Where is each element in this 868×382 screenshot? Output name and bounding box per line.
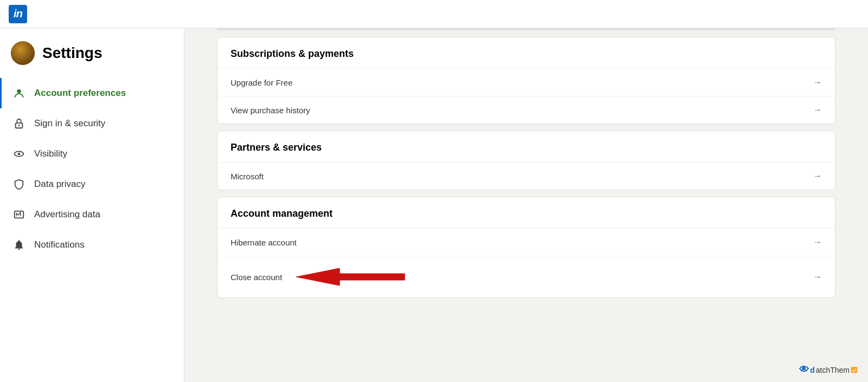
svg-point-2 bbox=[18, 125, 20, 126]
watermark-text: atchThem bbox=[816, 366, 850, 374]
subscriptions-payments-card: Subscriptions & payments Upgrade for Fre… bbox=[217, 37, 835, 124]
sidebar-item-advertising-data[interactable]: Advertising data bbox=[0, 199, 184, 230]
content-area: Subscriptions & payments Upgrade for Fre… bbox=[184, 28, 868, 382]
hibernate-account-item[interactable]: Hibernate account → bbox=[218, 228, 835, 256]
subscriptions-payments-title: Subscriptions & payments bbox=[231, 48, 822, 60]
top-divider bbox=[217, 28, 835, 30]
chevron-right-icon: → bbox=[813, 171, 822, 181]
sidebar-item-sign-in-security[interactable]: Sign in & security bbox=[0, 108, 184, 139]
upgrade-free-label: Upgrade for Free bbox=[231, 78, 292, 87]
linkedin-logo[interactable]: in bbox=[9, 5, 27, 23]
chevron-right-icon: → bbox=[813, 105, 822, 115]
view-purchase-history-label: View purchase history bbox=[231, 106, 310, 115]
eye-icon bbox=[12, 147, 25, 160]
shield-icon bbox=[12, 178, 25, 191]
upgrade-free-item[interactable]: Upgrade for Free → bbox=[218, 68, 835, 96]
partners-services-title: Partners & services bbox=[231, 142, 822, 153]
account-management-header: Account management bbox=[218, 197, 835, 228]
sidebar-item-label: Notifications bbox=[34, 239, 85, 250]
bell-icon bbox=[12, 238, 25, 251]
watermark: 👁 d atchThem 📶 bbox=[799, 364, 857, 375]
account-management-title: Account management bbox=[231, 208, 822, 219]
subscriptions-payments-header: Subscriptions & payments bbox=[218, 37, 835, 68]
person-icon bbox=[12, 87, 25, 100]
chevron-right-icon: → bbox=[813, 272, 822, 282]
main-layout: Settings Account preferences bbox=[0, 28, 868, 382]
watermark-logo-circle: 👁 bbox=[799, 364, 809, 375]
sidebar-item-notifications[interactable]: Notifications bbox=[0, 230, 184, 260]
watermark-signal: 📶 bbox=[851, 367, 857, 373]
sidebar-item-label: Visibility bbox=[34, 148, 67, 159]
avatar-image bbox=[11, 41, 35, 65]
close-account-row: Close account bbox=[231, 265, 410, 289]
sidebar-item-label: Data privacy bbox=[34, 179, 85, 190]
watermark-logo-d: d bbox=[810, 366, 815, 374]
partners-services-card: Partners & services Microsoft → bbox=[217, 131, 835, 190]
svg-point-0 bbox=[17, 89, 21, 93]
microsoft-item[interactable]: Microsoft → bbox=[218, 162, 835, 190]
sidebar-nav: Account preferences Sign in & security bbox=[0, 78, 184, 382]
sidebar-item-visibility[interactable]: Visibility bbox=[0, 139, 184, 169]
settings-header: Settings bbox=[0, 41, 184, 78]
hibernate-account-label: Hibernate account bbox=[231, 238, 297, 247]
view-purchase-history-item[interactable]: View purchase history → bbox=[218, 96, 835, 124]
close-account-item[interactable]: Close account → bbox=[218, 256, 835, 297]
avatar bbox=[11, 41, 35, 65]
close-account-label: Close account bbox=[231, 273, 282, 282]
ad-icon bbox=[12, 208, 25, 221]
topbar: in bbox=[0, 0, 868, 28]
microsoft-label: Microsoft bbox=[231, 172, 264, 181]
sidebar-item-account-preferences[interactable]: Account preferences bbox=[0, 78, 184, 108]
partners-services-header: Partners & services bbox=[218, 131, 835, 162]
sidebar-item-label: Account preferences bbox=[34, 88, 126, 99]
annotation-arrow bbox=[291, 265, 410, 289]
sidebar-item-data-privacy[interactable]: Data privacy bbox=[0, 169, 184, 199]
sidebar: Settings Account preferences bbox=[0, 28, 184, 382]
svg-point-4 bbox=[18, 153, 21, 156]
page-title: Settings bbox=[42, 44, 102, 62]
svg-marker-6 bbox=[296, 268, 405, 286]
chevron-right-icon: → bbox=[813, 77, 822, 87]
account-management-card: Account management Hibernate account → C… bbox=[217, 197, 835, 298]
lock-icon bbox=[12, 117, 25, 130]
sidebar-item-label: Sign in & security bbox=[34, 118, 105, 129]
sidebar-item-label: Advertising data bbox=[34, 209, 100, 220]
chevron-right-icon: → bbox=[813, 237, 822, 247]
